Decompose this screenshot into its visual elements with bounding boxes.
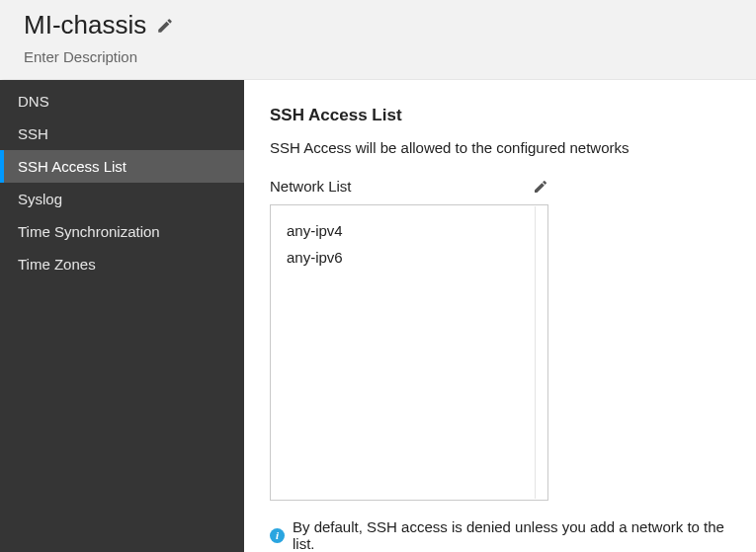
title-row: MI-chassis	[24, 10, 736, 40]
sidebar-item-label: Time Zones	[18, 256, 96, 273]
sidebar: DNS SSH SSH Access List Syslog Time Sync…	[0, 80, 244, 552]
pencil-icon[interactable]	[156, 17, 174, 35]
section-description: SSH Access will be allowed to the config…	[270, 139, 736, 156]
sidebar-item-label: SSH Access List	[18, 158, 126, 175]
sidebar-item-label: Time Synchronization	[18, 223, 160, 240]
list-item-label: any-ipv4	[287, 222, 343, 239]
network-list-box[interactable]: any-ipv4 any-ipv6	[270, 204, 548, 501]
list-item[interactable]: any-ipv4	[271, 217, 547, 244]
section-title: SSH Access List	[270, 106, 736, 125]
main-content: SSH Access List SSH Access will be allow…	[244, 80, 756, 552]
sidebar-item-label: DNS	[18, 93, 49, 110]
info-text: By default, SSH access is denied unless …	[293, 518, 736, 552]
info-message: i By default, SSH access is denied unles…	[270, 518, 736, 552]
sidebar-item-label: SSH	[18, 125, 48, 142]
list-item[interactable]: any-ipv6	[271, 244, 547, 271]
sidebar-item-ssh-access-list[interactable]: SSH Access List	[0, 150, 244, 183]
sidebar-item-dns[interactable]: DNS	[0, 85, 244, 118]
network-list-header: Network List	[270, 178, 548, 195]
page-title: MI-chassis	[24, 10, 146, 40]
page-subtitle[interactable]: Enter Description	[24, 48, 736, 65]
info-icon: i	[270, 528, 285, 543]
sidebar-item-label: Syslog	[18, 191, 62, 207]
list-item-label: any-ipv6	[287, 249, 343, 266]
pencil-icon[interactable]	[533, 179, 548, 195]
body: DNS SSH SSH Access List Syslog Time Sync…	[0, 80, 756, 552]
sidebar-item-ssh[interactable]: SSH	[0, 118, 244, 150]
sidebar-item-syslog[interactable]: Syslog	[0, 183, 244, 215]
sidebar-item-time-sync[interactable]: Time Synchronization	[0, 215, 244, 248]
page-header: MI-chassis Enter Description	[0, 0, 756, 80]
network-list-label: Network List	[270, 178, 352, 195]
sidebar-item-time-zones[interactable]: Time Zones	[0, 248, 244, 280]
